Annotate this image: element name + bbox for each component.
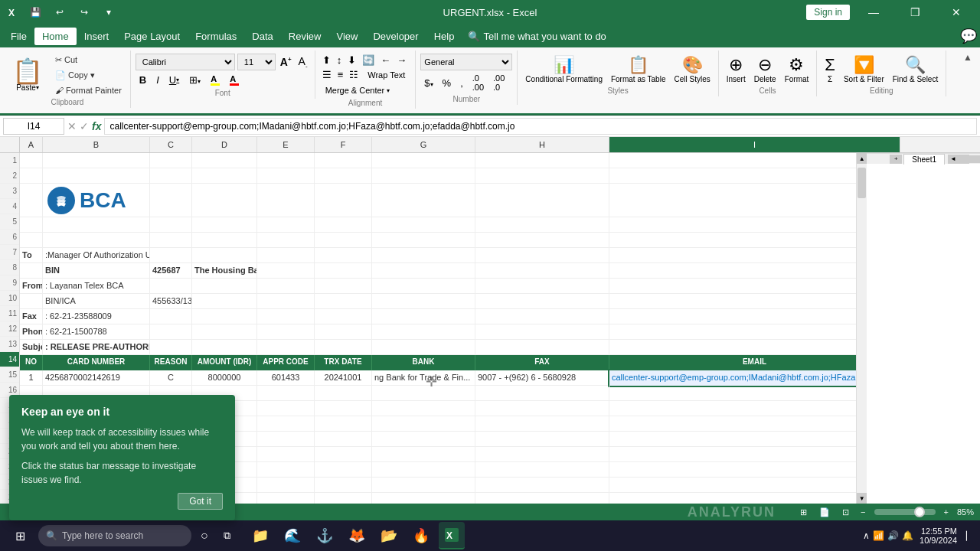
cell-i14[interactable]: callcenter-support@emp-group.com;IMadani… (609, 370, 856, 386)
cell-h16[interactable] (475, 401, 609, 416)
cell-f8[interactable] (315, 279, 372, 294)
cell-a7[interactable] (20, 263, 43, 279)
cell-g18[interactable] (372, 432, 475, 447)
cell-b2[interactable] (43, 168, 150, 184)
cut-button[interactable]: ✂ Cut (51, 54, 126, 67)
cell-e8[interactable] (257, 279, 315, 294)
align-right-button[interactable]: ☷ (347, 68, 361, 82)
files-taskbar[interactable]: 📂 (374, 522, 403, 549)
menu-review[interactable]: Review (281, 28, 329, 45)
cell-e3[interactable] (257, 184, 315, 217)
fill-color-button[interactable]: A (207, 73, 224, 87)
delete-button[interactable]: ⊖ Delete (751, 54, 779, 85)
cell-f21[interactable] (315, 478, 372, 493)
comma-button[interactable]: , (456, 76, 467, 90)
cell-h1[interactable] (475, 153, 609, 168)
cell-e12[interactable] (257, 340, 315, 355)
cell-f10[interactable] (315, 309, 372, 324)
excel-taskbar[interactable]: X (439, 522, 465, 549)
firefox2-taskbar[interactable]: 🔥 (407, 522, 436, 549)
cell-i3[interactable] (609, 184, 856, 217)
tray-up-arrow[interactable]: ∧ (863, 530, 870, 541)
cell-g15[interactable] (372, 386, 475, 401)
cell-g16[interactable] (372, 401, 475, 416)
cell-f16[interactable] (315, 401, 372, 416)
align-left-button[interactable]: ☰ (320, 68, 334, 82)
cell-f9[interactable] (315, 294, 372, 309)
cell-h8[interactable] (475, 279, 609, 294)
scroll-up-button[interactable]: ▲ (857, 153, 867, 164)
cell-a8[interactable]: From (20, 279, 43, 294)
cell-a11[interactable]: Phone (20, 324, 43, 340)
cell-g7[interactable]: ✛ (372, 263, 475, 279)
comments-button[interactable]: 💬 (960, 28, 977, 44)
cell-i7[interactable] (609, 263, 856, 279)
cell-g14[interactable]: ng Bank for Trade & Fin... (372, 370, 475, 386)
cell-i5[interactable] (609, 233, 856, 248)
cell-g21[interactable] (372, 478, 475, 493)
task-view-button[interactable]: ⧉ (217, 522, 237, 549)
cell-b14[interactable]: 4256870002142619 (43, 370, 150, 386)
vertical-scrollbar[interactable]: ▲ ▼ (856, 153, 867, 504)
cell-g11[interactable] (372, 324, 475, 340)
sort-filter-button[interactable]: 🔽 Sort & Filter (841, 54, 887, 85)
menu-file[interactable]: File (3, 28, 34, 45)
cell-g1[interactable] (372, 153, 475, 168)
cell-g17[interactable] (372, 416, 475, 432)
cell-c2[interactable] (150, 168, 192, 184)
cell-g10[interactable] (372, 309, 475, 324)
cell-g19[interactable] (372, 447, 475, 462)
cell-e14[interactable]: 601433 (257, 370, 315, 386)
cell-g9[interactable] (372, 294, 475, 309)
currency-button[interactable]: $▾ (420, 76, 436, 90)
format-button[interactable]: ⚙ Format (782, 54, 812, 85)
italic-button[interactable]: I (152, 73, 163, 87)
row-num-14[interactable]: 14 (0, 352, 19, 367)
formula-confirm-icon[interactable]: ✓ (80, 120, 89, 132)
cell-b11[interactable]: : 62-21-1500788 (43, 324, 150, 340)
cell-a12[interactable]: Subject (20, 340, 43, 355)
col-header-e[interactable]: E (257, 137, 315, 152)
cell-i6[interactable] (609, 248, 856, 263)
cell-c5[interactable] (150, 233, 192, 248)
cell-e16[interactable] (257, 401, 315, 416)
cell-b13[interactable]: CARD NUMBER (43, 355, 150, 370)
cell-h22[interactable] (475, 493, 609, 504)
firefox-taskbar[interactable]: 🦊 (342, 522, 371, 549)
text-direction-button[interactable]: 🔄 (360, 54, 377, 67)
cell-d12[interactable] (192, 340, 257, 355)
cell-i1[interactable] (609, 153, 856, 168)
cell-h17[interactable] (475, 416, 609, 432)
row-num-5[interactable]: 5 (0, 214, 19, 230)
cell-f12[interactable] (315, 340, 372, 355)
row-num-13[interactable]: 13 (0, 337, 19, 352)
cell-i21[interactable] (609, 478, 856, 493)
page-break-button[interactable]: ⊡ (839, 507, 852, 518)
cell-i22[interactable] (609, 493, 856, 504)
cell-f11[interactable] (315, 324, 372, 340)
row-num-8[interactable]: 8 (0, 260, 19, 276)
cell-f14[interactable]: 20241001 (315, 370, 372, 386)
qat-dropdown-button[interactable]: ▾ (100, 3, 118, 21)
cell-h5[interactable] (475, 233, 609, 248)
merge-center-dropdown[interactable]: ▾ (387, 87, 390, 94)
percent-button[interactable]: % (439, 76, 456, 90)
cell-b10[interactable]: : 62-21-23588009 (43, 309, 150, 324)
cell-d1[interactable] (192, 153, 257, 168)
row-num-12[interactable]: 12 (0, 321, 19, 337)
cell-i20[interactable] (609, 462, 856, 478)
zoom-out-button[interactable]: − (858, 507, 867, 517)
cell-i15[interactable] (609, 386, 856, 401)
clock-display[interactable]: 12:55 PM 10/9/2024 (920, 527, 957, 545)
got-it-button[interactable]: Got it (178, 493, 223, 510)
scroll-left-button[interactable]: ◄ (948, 155, 959, 164)
cell-a3[interactable] (20, 184, 43, 217)
cell-c6[interactable] (150, 248, 192, 263)
cell-i9[interactable] (609, 294, 856, 309)
cell-d10[interactable] (192, 309, 257, 324)
cell-h19[interactable] (475, 447, 609, 462)
cell-h11[interactable] (475, 324, 609, 340)
col-header-g[interactable]: G (372, 137, 475, 152)
formula-fx-icon[interactable]: fx (92, 120, 101, 132)
cell-e10[interactable] (257, 309, 315, 324)
